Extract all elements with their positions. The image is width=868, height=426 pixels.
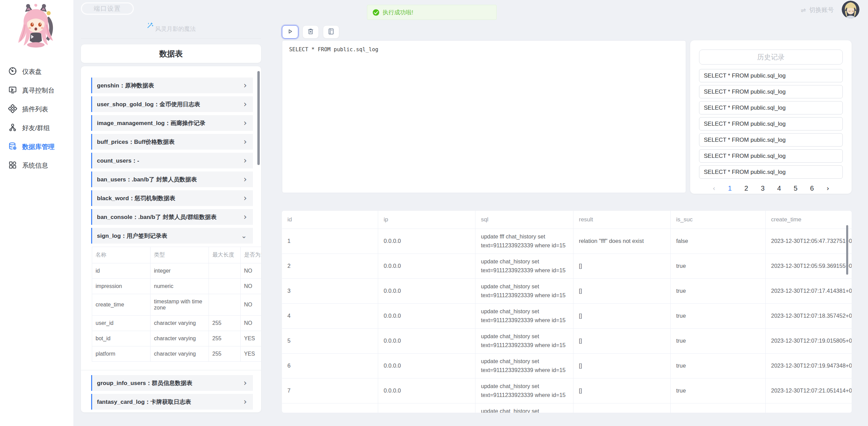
divider — [81, 370, 261, 370]
schema-col-nullable: 是否为空 — [241, 247, 261, 263]
schema-row: create_timetimestamp with time zone NO — [92, 294, 261, 316]
chevron-right-icon: › — [243, 138, 247, 146]
schema-header-row: 名称 类型 最大长度 是否为空 — [92, 247, 261, 263]
schema-col-maxlen: 最大长度 — [209, 247, 241, 263]
switch-account-button[interactable]: ⇌ 切换账号 — [801, 6, 834, 14]
table-item-label: buff_prices：Buff价格数据表 — [97, 138, 175, 146]
table-item-label: group_info_users：群员信息数据表 — [97, 379, 193, 387]
sidebar-item-dashboard[interactable]: 仪表盘 — [0, 62, 73, 81]
history-item[interactable]: SELECT * FROM public.sql_log — [699, 85, 843, 98]
sidebar-item-label: 真寻控制台 — [22, 86, 55, 95]
schema-col-name: 名称 — [92, 247, 151, 263]
page-prev-icon[interactable]: ‹ — [713, 184, 715, 192]
chevron-right-icon: › — [243, 156, 247, 165]
system-info-icon — [8, 161, 17, 171]
table-item-ban-console[interactable]: ban_console：.ban/b了 封禁人员/群组数据表 › — [91, 209, 253, 225]
page-number-3[interactable]: 3 — [761, 184, 765, 192]
history-item[interactable]: SELECT * FROM public.sql_log — [699, 165, 843, 179]
table-item-label: fantasy_card_log：卡牌获取日志表 — [97, 398, 191, 406]
table-item-label: user_shop_gold_log：金币使用日志表 — [97, 100, 200, 108]
table-row: 1 0.0.0.0 update fff chat_history set te… — [282, 229, 852, 254]
table-row: 2 0.0.0.0 update chat_history set text=9… — [282, 254, 852, 279]
table-item-fantasy-card-log[interactable]: fantasy_card_log：卡牌获取日志表 › — [91, 394, 253, 410]
sql-editor[interactable]: SELECT * FROM public.sql_log — [282, 40, 686, 193]
check-circle-icon — [373, 9, 379, 16]
page-number-1[interactable]: 1 — [728, 184, 732, 192]
friends-icon — [8, 123, 17, 133]
data-tables-panel: 风灵月影的魔法 数据表 genshin：原神数据表 › user_shop_go… — [81, 0, 261, 412]
sql-editor-content[interactable]: SELECT * FROM public.sql_log — [289, 46, 378, 53]
page-number-4[interactable]: 4 — [777, 184, 781, 192]
table-item-label: ban_users：.ban/b了 封禁人员数据表 — [97, 176, 197, 183]
results-header-row: id ip sql result is_suc create_time — [282, 211, 852, 229]
sidebar-item-label: 插件列表 — [22, 105, 48, 114]
table-item-label: black_word：惩罚机制数据表 — [97, 194, 175, 202]
sidebar-item-system-info[interactable]: 系统信息 — [0, 156, 73, 175]
table-row: 5 0.0.0.0 update chat_history set text=9… — [282, 329, 852, 354]
table-item-sign-log[interactable]: sign_log：用户签到记录表 ⌄ — [91, 228, 253, 244]
sidebar-item-friends-groups[interactable]: 好友/群组 — [0, 119, 73, 137]
success-toast: 执行成功啦! — [367, 5, 497, 20]
play-icon — [286, 28, 294, 37]
table-item-user-shop-gold-log[interactable]: user_shop_gold_log：金币使用日志表 › — [91, 96, 253, 112]
chevron-right-icon: › — [243, 379, 247, 387]
table-item-label: ban_console：.ban/b了 封禁人员/群组数据表 — [97, 213, 216, 221]
history-item[interactable]: SELECT * FROM public.sql_log — [699, 133, 843, 147]
sidebar: 仪表盘 真寻控制台 插件列表 — [0, 0, 73, 426]
history-item[interactable]: SELECT * FROM public.sql_log — [699, 149, 843, 163]
table-item-group-info-users[interactable]: group_info_users：群员信息数据表 › — [91, 375, 253, 391]
run-query-button[interactable] — [282, 25, 298, 39]
sign-log-schema: 名称 类型 最大长度 是否为空 idinteger NO impressionn… — [92, 247, 253, 362]
table-item-label: image_management_log：画廊操作记录 — [97, 119, 205, 127]
database-icon — [8, 142, 17, 152]
sidebar-item-label: 系统信息 — [22, 161, 48, 170]
schema-row: bot_idcharacter varying 255YES — [92, 331, 261, 346]
page-next-icon[interactable]: › — [826, 184, 829, 192]
clear-query-button[interactable] — [302, 25, 319, 39]
table-row: 4 0.0.0.0 update chat_history set text=9… — [282, 304, 852, 329]
page-number-5[interactable]: 5 — [794, 184, 797, 192]
table-item-label: genshin：原神数据表 — [97, 82, 154, 90]
table-item-label: count_users：- — [97, 157, 139, 165]
table-item-image-management-log[interactable]: image_management_log：画廊操作记录 › — [91, 115, 253, 131]
schema-row: user_idcharacter varying 255NO — [92, 316, 261, 331]
history-item[interactable]: SELECT * FROM public.sql_log — [699, 101, 843, 114]
table-row: 6 0.0.0.0 update chat_history set text=9… — [282, 354, 852, 379]
table-list-scrollbar[interactable] — [257, 71, 260, 165]
panel-title: 数据表 — [81, 44, 261, 63]
col-header-create-time: create_time — [766, 211, 852, 229]
user-avatar[interactable] — [842, 1, 859, 18]
table-item-count-users[interactable]: count_users：- › — [91, 153, 253, 168]
sidebar-item-plugins[interactable]: 插件列表 — [0, 100, 73, 119]
table-item-black-word[interactable]: black_word：惩罚机制数据表 › — [91, 190, 253, 206]
copy-journal-button[interactable] — [323, 25, 339, 39]
chevron-down-icon: ⌄ — [241, 232, 247, 239]
history-item[interactable]: SELECT * FROM public.sql_log — [699, 117, 843, 130]
chevron-right-icon: › — [243, 398, 247, 406]
page-number-6[interactable]: 6 — [810, 184, 814, 192]
chevron-right-icon: › — [243, 81, 247, 90]
sidebar-item-label: 好友/群组 — [22, 124, 50, 133]
chevron-right-icon: › — [243, 194, 247, 202]
console-icon — [8, 85, 17, 96]
table-item-buff-prices[interactable]: buff_prices：Buff价格数据表 › — [91, 134, 253, 150]
swap-arrows-icon: ⇌ — [801, 6, 806, 14]
col-header-id: id — [282, 211, 378, 229]
plugins-icon — [8, 104, 17, 114]
schema-row: impressionnumeric NO — [92, 279, 261, 294]
trash-x-icon — [307, 28, 314, 37]
table-row: 8 0.0.0.0 update chat_history set text=9… — [282, 403, 852, 413]
sidebar-item-database[interactable]: 数据库管理 — [0, 137, 73, 156]
table-item-ban-users[interactable]: ban_users：.ban/b了 封禁人员数据表 › — [91, 171, 253, 187]
schema-col-type: 类型 — [151, 247, 209, 263]
switch-account-label: 切换账号 — [809, 6, 834, 14]
theme-label: 风灵月影的魔法 — [81, 0, 261, 36]
col-header-is-suc: is_suc — [671, 211, 766, 229]
results-scrollbar[interactable] — [846, 225, 848, 275]
history-item[interactable]: SELECT * FROM public.sql_log — [699, 69, 843, 82]
table-item-genshin[interactable]: genshin：原神数据表 › — [91, 78, 253, 93]
page-number-2[interactable]: 2 — [744, 184, 748, 192]
chevron-right-icon: › — [243, 213, 247, 221]
chevron-right-icon: › — [243, 100, 247, 108]
sidebar-item-console[interactable]: 真寻控制台 — [0, 81, 73, 100]
